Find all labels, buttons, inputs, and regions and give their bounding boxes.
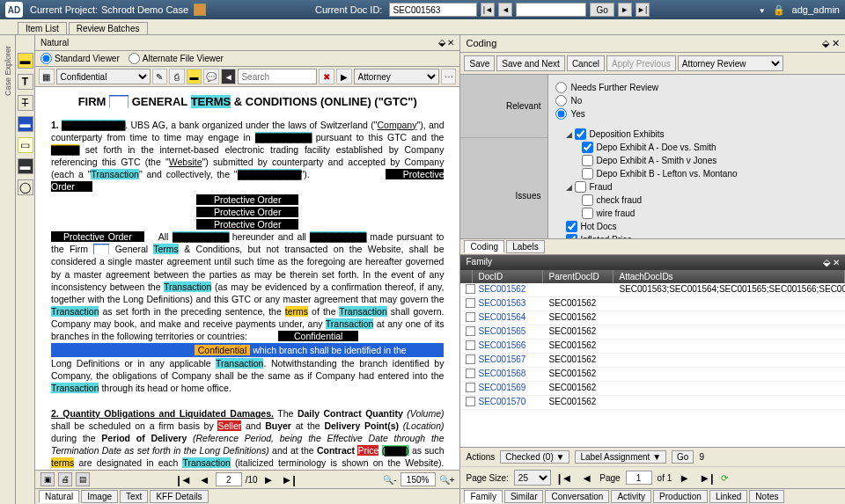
doc-id-input[interactable] (389, 3, 477, 17)
panel-close-icon[interactable]: ✕ (447, 38, 454, 47)
apply-previous-button[interactable]: Apply Previous (606, 55, 676, 71)
page-first-button[interactable]: |◄ (175, 473, 194, 486)
case-explorer-label[interactable]: Case Explorer (4, 46, 12, 96)
pager-tool1-icon[interactable]: ▣ (40, 472, 55, 486)
save-next-button[interactable]: Save and Next (496, 55, 565, 71)
family-close-icon[interactable]: ✕ (833, 258, 840, 267)
tab-review-batches[interactable]: Review Batches (69, 22, 148, 34)
row-docid[interactable]: SEC001567 (473, 354, 543, 367)
document-content[interactable]: FIRM ▇▇ GENERAL TERMS & CONDITIONS (ONLI… (35, 87, 459, 470)
tab-coding[interactable]: Coding (464, 240, 504, 253)
redact-tool-icon[interactable]: ▬ (18, 116, 33, 132)
tab-production[interactable]: Production (653, 490, 708, 503)
search-input[interactable] (238, 69, 317, 84)
panel-pin-icon[interactable]: ⬙ (438, 37, 445, 47)
row-docid[interactable]: SEC001568 (473, 368, 543, 381)
label-assignment-button[interactable]: Label Assignment ▼ (575, 450, 666, 464)
tab-linked[interactable]: Linked (709, 490, 747, 503)
doc-jump-input[interactable] (516, 3, 586, 17)
coding-pin-icon[interactable]: ⬙ (822, 38, 829, 48)
family-pin-icon[interactable]: ⬙ (823, 257, 830, 267)
page-next-button[interactable]: ► (261, 473, 276, 486)
row-docid[interactable]: SEC001565 (473, 325, 543, 339)
chk-depo[interactable] (575, 128, 586, 140)
zoom-in-icon[interactable]: 🔍+ (439, 475, 455, 485)
row-docid[interactable]: SEC001566 (473, 340, 543, 353)
attorney-select[interactable]: Attorney (354, 69, 439, 84)
tab-kff[interactable]: KFF Details (150, 490, 208, 503)
tab-conversation[interactable]: Conversation (545, 490, 609, 503)
family-rows[interactable]: SEC001562SEC001563;SEC001564;SEC001565;S… (460, 283, 845, 447)
menu-dropdown-icon[interactable] (759, 4, 766, 15)
family-refresh-icon[interactable]: ⟳ (721, 473, 728, 483)
table-row[interactable]: SEC001568SEC001562 (460, 368, 845, 382)
note-tool-icon[interactable]: ▬ (18, 158, 33, 174)
pager-tool3-icon[interactable]: ▤ (76, 472, 90, 486)
search-go-icon[interactable]: ▶ (336, 69, 352, 84)
highlight-yellow-icon[interactable]: ▬ (18, 53, 33, 69)
chk-hot-docs[interactable] (566, 221, 577, 232)
relevant-needs-review[interactable]: Needs Further Review (555, 82, 838, 93)
alternate-viewer-radio[interactable]: Alternate File Viewer (129, 53, 224, 64)
tb-doc-icon[interactable]: ▦ (39, 69, 55, 84)
review-select[interactable]: Attorney Review (678, 55, 783, 71)
tab-family[interactable]: Family (464, 490, 502, 503)
family-last-icon[interactable]: ►| (697, 471, 716, 485)
last-doc-button[interactable]: ►| (636, 3, 650, 17)
zoom-input[interactable] (400, 472, 436, 486)
coding-close-icon[interactable]: ✕ (832, 38, 840, 48)
text-tool-icon[interactable]: T (18, 74, 33, 90)
tb-edit-icon[interactable]: ✎ (152, 69, 168, 84)
page-input[interactable] (216, 472, 242, 486)
prev-doc-button[interactable]: ◄ (498, 3, 512, 17)
tab-natural[interactable]: Natural (39, 490, 79, 503)
project-icon[interactable] (194, 4, 206, 16)
row-docid[interactable]: SEC001562 (473, 283, 543, 296)
tab-similar[interactable]: Similar (504, 490, 544, 503)
page-size-select[interactable]: 25 (514, 470, 551, 486)
strike-tool-icon[interactable]: T (18, 95, 33, 111)
table-row[interactable]: SEC001565SEC001562 (460, 325, 845, 340)
family-prev-icon[interactable]: ◄ (579, 471, 594, 485)
chk-check-fraud[interactable] (582, 194, 593, 206)
page-last-button[interactable]: ►| (279, 473, 298, 486)
chk-depo-a-smith[interactable] (582, 155, 593, 166)
tab-text[interactable]: Text (120, 490, 148, 503)
table-row[interactable]: SEC001562SEC001563;SEC001564;SEC001565;S… (460, 283, 845, 297)
table-row[interactable]: SEC001567SEC001562 (460, 354, 845, 368)
tb-back-icon[interactable]: ◄ (221, 69, 237, 84)
expand-depo-icon[interactable]: ◢ (566, 130, 572, 139)
save-button[interactable]: Save (464, 55, 495, 71)
search-clear-icon[interactable]: ✖ (319, 69, 334, 84)
relevant-yes[interactable]: Yes (555, 108, 838, 120)
tab-image[interactable]: Image (81, 490, 118, 503)
row-docid[interactable]: SEC001563 (473, 297, 543, 310)
page-prev-button[interactable]: ◄ (197, 473, 212, 486)
annotate-tool-icon[interactable]: ▭ (18, 137, 33, 153)
tb-comment-icon[interactable]: 💬 (203, 69, 219, 84)
lock-icon[interactable]: 🔒 (773, 4, 785, 16)
family-first-icon[interactable]: |◄ (556, 471, 575, 485)
tab-item-list[interactable]: Item List (18, 22, 67, 34)
relevant-no[interactable]: No (555, 95, 838, 106)
table-row[interactable]: SEC001570SEC001562 (460, 396, 845, 410)
go-button[interactable]: Go (590, 3, 614, 17)
next-doc-button[interactable]: ► (618, 3, 632, 17)
zoom-out-icon[interactable]: 🔍- (383, 475, 396, 485)
row-docid[interactable]: SEC001564 (473, 311, 543, 325)
pager-tool2-icon[interactable]: 🖨 (58, 472, 72, 486)
row-docid[interactable]: SEC001569 (473, 382, 543, 395)
family-page-input[interactable] (626, 471, 652, 485)
chk-wire-fraud[interactable] (582, 208, 593, 219)
chk-depo-a-doe[interactable] (582, 142, 593, 153)
subject-select[interactable]: Confidential (56, 69, 151, 84)
row-docid[interactable]: SEC001570 (473, 396, 543, 409)
table-row[interactable]: SEC001569SEC001562 (460, 382, 845, 396)
expand-fraud-icon[interactable]: ◢ (566, 183, 572, 192)
chk-depo-b[interactable] (582, 168, 593, 179)
family-checked-button[interactable]: Checked (0) ▼ (500, 450, 569, 464)
tab-activity[interactable]: Activity (611, 490, 651, 503)
first-doc-button[interactable]: |◄ (481, 3, 495, 17)
tb-highlight-icon[interactable]: ▬ (187, 69, 202, 84)
tb-more-icon[interactable]: ⋯ (441, 69, 457, 84)
